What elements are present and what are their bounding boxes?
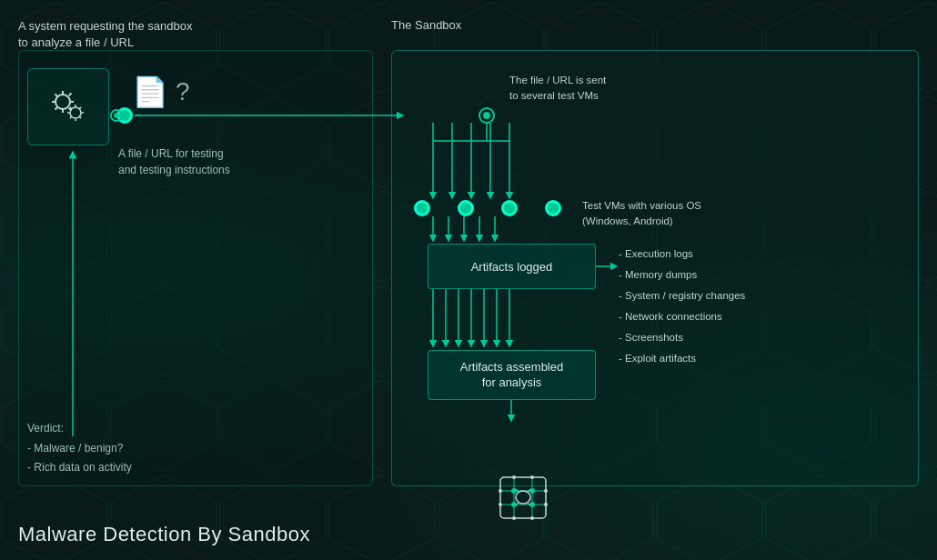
file-area: 📄 ? (132, 77, 190, 106)
gear-icon (41, 80, 96, 135)
artifacts-assembled-text: Artifacts assembled for analysis (460, 360, 563, 391)
vm-os-label: Test VMs with various OS (Windows, Andro… (582, 198, 764, 230)
svg-point-19 (516, 491, 530, 504)
artifacts-logged-text: Artifacts logged (471, 260, 553, 274)
log-item-4: - Network connections (619, 306, 745, 327)
file-icon: 📄 (132, 77, 168, 106)
brain-icon-area (496, 473, 550, 533)
sandbox-title: The Sandbox (391, 18, 461, 32)
svg-rect-2 (500, 477, 546, 518)
artifacts-logged-box: Artifacts logged (428, 244, 596, 289)
svg-point-17 (512, 516, 516, 520)
svg-point-12 (544, 489, 548, 493)
svg-point-15 (512, 475, 516, 479)
log-item-2: - Memory dumps (619, 265, 745, 285)
svg-point-9 (511, 502, 517, 507)
verdict-box: Verdict: - Malware / benign? - Rich data… (27, 419, 132, 478)
vm-dot-1 (414, 200, 430, 216)
log-item-1: - Execution logs (619, 244, 745, 265)
svg-point-0 (55, 95, 70, 109)
vm-dots-row (414, 200, 561, 216)
log-item-3: - System / registry changes (619, 285, 745, 306)
main-container: A system requesting the sandbox to analy… (0, 0, 937, 560)
log-item-5: - Screenshots (619, 327, 745, 348)
file-label: A file / URL for testing and testing ins… (118, 145, 300, 178)
vm-entry-label: The file / URL is sent to several test V… (509, 73, 691, 105)
svg-point-10 (529, 502, 535, 507)
svg-point-18 (530, 516, 534, 520)
svg-point-11 (499, 489, 502, 493)
svg-point-16 (530, 475, 534, 479)
bottom-title: Malware Detection By Sandbox (18, 523, 310, 546)
svg-point-14 (544, 503, 548, 506)
vm-dot-2 (458, 200, 474, 216)
left-section-title: A system requesting the sandbox to analy… (18, 18, 364, 51)
logs-list: - Execution logs - Memory dumps - System… (619, 244, 745, 369)
gear-icon-box (27, 68, 109, 145)
svg-point-13 (499, 503, 502, 506)
question-mark: ? (176, 77, 190, 106)
vm-dot-3 (501, 200, 518, 216)
log-item-6: - Exploit artifacts (619, 348, 745, 369)
vm-dot-4 (545, 200, 561, 216)
connector-dot-left (116, 107, 133, 127)
brain-icon (496, 473, 550, 523)
artifacts-assembled-box: Artifacts assembled for analysis (428, 350, 596, 400)
